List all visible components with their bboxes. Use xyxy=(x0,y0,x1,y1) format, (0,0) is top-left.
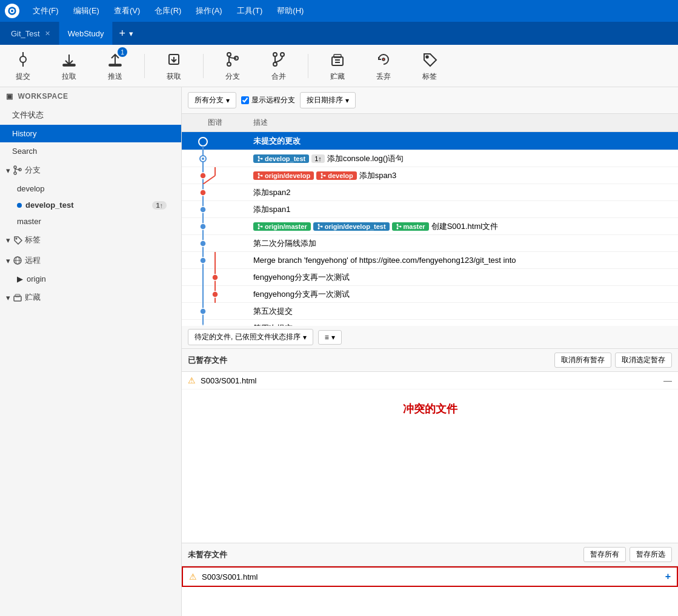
pending-menu-dropdown[interactable]: ≡ ▾ xyxy=(318,330,342,345)
history-label: History xyxy=(12,129,36,138)
graph-10 xyxy=(182,303,248,320)
fetch-button[interactable]: 获取 xyxy=(157,46,191,85)
menu-view[interactable]: 查看(V) xyxy=(108,3,146,19)
tag-develop: develop xyxy=(316,171,357,180)
branch-button[interactable]: 分支 xyxy=(216,46,250,85)
graph-svg-pending xyxy=(182,133,248,151)
menu-tools[interactable]: 工具(T) xyxy=(231,3,269,19)
commit-row-1[interactable]: develop_test 1↑ 添加console.log()语句 xyxy=(182,150,678,167)
cancel-selected-staged-button[interactable]: 取消选定暂存 xyxy=(615,353,672,368)
sidebar-item-search[interactable]: Search xyxy=(0,142,181,160)
commit-list: 未提交的更改 develop_test xyxy=(182,132,678,326)
commit-icon-wrap xyxy=(13,50,33,69)
stash-button[interactable]: 贮藏 xyxy=(321,46,354,85)
toolbar-divider-3 xyxy=(308,54,308,78)
commit-row-10[interactable]: 第五次提交 xyxy=(182,303,678,320)
stash-all-button[interactable]: 暂存所有 xyxy=(583,547,626,562)
stash-chevron: ▾ xyxy=(6,293,10,302)
commit-row-11[interactable]: 第四次提交 xyxy=(182,320,678,326)
menu-repo[interactable]: 仓库(R) xyxy=(148,3,187,19)
svg-point-49 xyxy=(258,173,260,174)
tab-git-test-label: Git_Test xyxy=(11,29,40,38)
sort-filter-dropdown[interactable]: 按日期排序 ▾ xyxy=(300,92,356,108)
origin-chevron: ▶ xyxy=(17,274,23,283)
commit-button[interactable]: 提交 xyxy=(6,46,40,85)
svg-point-40 xyxy=(202,157,204,160)
sidebar-item-history[interactable]: History xyxy=(0,125,181,142)
history-filters: 所有分支 ▾ 显示远程分支 按日期排序 ▾ xyxy=(182,87,678,114)
sidebar-branch-develop-test[interactable]: develop_test 1↑ xyxy=(0,197,181,213)
stash-selected-button[interactable]: 暂存所选 xyxy=(630,547,672,562)
commit-row-8[interactable]: fengyehong分支再一次测试 xyxy=(182,269,678,286)
menu-file[interactable]: 文件(F) xyxy=(27,3,65,19)
staged-file-minus[interactable]: — xyxy=(663,376,672,385)
unstaged-warning-icon: ⚠ xyxy=(189,572,197,581)
tag-label: 标签 xyxy=(422,71,437,82)
push-badge: 1 xyxy=(118,47,127,57)
unstaged-file-plus[interactable]: + xyxy=(665,571,671,582)
tab-webstudy[interactable]: WebStudy xyxy=(59,22,113,45)
remote-group[interactable]: ▾ 远程 xyxy=(0,250,181,271)
menu-help[interactable]: 帮助(H) xyxy=(271,3,310,19)
develop-test-branch-label: develop_test xyxy=(25,200,73,210)
staged-file-row-0[interactable]: ⚠ S003/S001.html — xyxy=(182,372,678,389)
tags-icon xyxy=(13,235,22,245)
pull-icon xyxy=(61,51,78,68)
discard-button[interactable]: 丢弃 xyxy=(367,46,400,85)
remote-branch-input[interactable] xyxy=(241,96,249,104)
commit-row-5[interactable]: origin/master origin/develop_test master… xyxy=(182,218,678,235)
tab-git-test[interactable]: Git_Test ✕ xyxy=(2,22,59,45)
origin-label: origin xyxy=(27,274,46,283)
main-layout: ▣ WORKSPACE 文件状态 History Search ▾ 分支 dev… xyxy=(0,87,678,616)
commit-row-9[interactable]: fengyehong分支再一次测试 xyxy=(182,286,678,303)
svg-point-79 xyxy=(200,257,206,263)
discard-icon xyxy=(375,51,392,68)
branch-icon-wrap xyxy=(223,50,242,69)
unstaged-file-row-0[interactable]: ⚠ S003/S001.html + xyxy=(182,566,678,587)
unstaged-panel: 未暂存文件 暂存所有 暂存所选 ⚠ S003/S001.html + xyxy=(182,543,678,616)
cancel-all-staged-button[interactable]: 取消所有暂存 xyxy=(554,353,611,368)
branch-icon xyxy=(224,51,241,68)
tag-icon-wrap xyxy=(420,50,439,69)
pending-files-sort-dropdown[interactable]: 待定的文件, 已依照文件状态排序 ▾ xyxy=(188,329,313,345)
svg-point-42 xyxy=(258,159,260,161)
svg-point-82 xyxy=(212,274,218,280)
branch-filter-dropdown[interactable]: 所有分支 ▾ xyxy=(188,92,236,108)
svg-point-30 xyxy=(16,238,18,240)
filter-bar: 待定的文件, 已依照文件状态排序 ▾ ≡ ▾ xyxy=(182,326,678,349)
graph-11 xyxy=(182,320,248,326)
sidebar-item-file-status[interactable]: 文件状态 xyxy=(0,105,181,125)
tab-add-button[interactable]: + ▾ xyxy=(113,22,139,45)
svg-rect-21 xyxy=(334,55,341,58)
push-button[interactable]: 1 推送 xyxy=(98,46,132,85)
pending-commit-row[interactable]: 未提交的更改 xyxy=(182,132,678,150)
commit-row-4[interactable]: 添加span1 xyxy=(182,201,678,218)
sidebar-branch-develop[interactable]: develop xyxy=(0,180,181,197)
commit-row-7[interactable]: Merge branch 'fengyehong' of https://git… xyxy=(182,252,678,269)
tab-git-test-close[interactable]: ✕ xyxy=(45,30,50,38)
menu-action[interactable]: 操作(A) xyxy=(190,3,228,19)
stash-icon-wrap xyxy=(328,50,347,69)
merge-label: 合并 xyxy=(271,71,286,82)
sidebar-branch-master[interactable]: master xyxy=(0,213,181,230)
branches-group[interactable]: ▾ 分支 xyxy=(0,160,181,180)
merge-button[interactable]: 合并 xyxy=(262,46,296,85)
svg-point-67 xyxy=(317,224,319,225)
branch-filter-chevron: ▾ xyxy=(226,96,230,105)
commit-row-3[interactable]: 添加span2 xyxy=(182,184,678,201)
develop-test-badge: 1↑ xyxy=(152,201,167,210)
commit-row-6[interactable]: 第二次分隔线添加 xyxy=(182,235,678,252)
remote-branch-checkbox[interactable]: 显示远程分支 xyxy=(241,95,295,105)
menu-edit[interactable]: 编辑(E) xyxy=(67,3,105,19)
toolbar-divider-2 xyxy=(203,54,204,78)
graph-5 xyxy=(182,218,248,235)
svg-point-54 xyxy=(321,176,323,178)
tags-group[interactable]: ▾ 标签 xyxy=(0,230,181,250)
sidebar-remote-origin[interactable]: ▶ origin xyxy=(0,271,181,287)
tag-button[interactable]: 标签 xyxy=(413,46,447,85)
stash-group[interactable]: ▾ 贮藏 xyxy=(0,287,181,308)
commit-row-2[interactable]: origin/develop develop 添加span3 xyxy=(182,167,678,184)
desc-7: Merge branch 'fengyehong' of https://git… xyxy=(248,253,678,267)
graph-svg-6 xyxy=(182,235,248,252)
pull-button[interactable]: 拉取 xyxy=(52,46,86,85)
